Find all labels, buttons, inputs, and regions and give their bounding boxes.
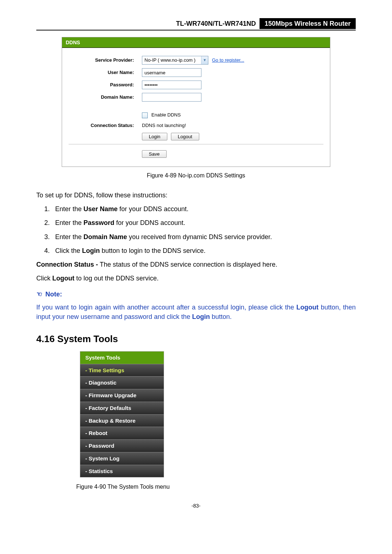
model-number: TL-WR740N/TL-WR741ND — [172, 18, 260, 29]
row-service-provider: Service Provider: No-IP ( www.no-ip.com … — [69, 56, 323, 65]
ddns-panel-body: Service Provider: No-IP ( www.no-ip.com … — [62, 48, 330, 167]
step-2: Enter the Password for your DDNS account… — [52, 218, 356, 227]
connection-status-value: DDNS not launching! — [142, 122, 186, 129]
label-password: Password: — [69, 82, 142, 89]
menu-item-diagnostic[interactable]: - Diagnostic — [80, 376, 164, 389]
header-bar: TL-WR740N/TL-WR741ND 150Mbps Wireless N … — [36, 18, 356, 30]
figure-1-caption: Figure 4-89 No-ip.com DDNS Settings — [36, 171, 356, 180]
system-tools-menu-header: System Tools — [80, 352, 164, 364]
row-password: Password: — [69, 81, 323, 89]
row-domain-name: Domain Name: — [69, 93, 323, 102]
pointing-hand-icon: ☞ — [36, 289, 43, 299]
user-name-input[interactable] — [142, 68, 201, 77]
logout-button[interactable]: Logout — [171, 133, 199, 140]
document-page: TL-WR740N/TL-WR741ND 150Mbps Wireless N … — [0, 0, 392, 524]
system-tools-menu: System Tools - Time Settings - Diagnosti… — [80, 351, 164, 478]
step-1: Enter the User Name for your DDNS accoun… — [52, 204, 356, 214]
menu-item-statistics[interactable]: - Statistics — [80, 465, 164, 477]
service-provider-value: No-IP ( www.no-ip.com ) — [142, 56, 201, 64]
instructions-intro: To set up for DDNS, follow these instruc… — [36, 190, 356, 200]
section-title-system-tools: 4.16 System Tools — [36, 332, 356, 346]
row-user-name: User Name: — [69, 68, 323, 77]
menu-item-time-settings[interactable]: - Time Settings — [80, 364, 164, 377]
menu-item-reboot[interactable]: - Reboot — [80, 427, 164, 439]
row-save: Save — [69, 148, 323, 163]
row-connection-status: Connection Status: DDNS not launching! — [69, 122, 323, 129]
logout-para: Click Logout to log out the DDNS service… — [36, 274, 356, 283]
label-service-provider: Service Provider: — [69, 57, 142, 64]
step-4: Click the Login button to login to the D… — [52, 246, 356, 255]
menu-item-system-log[interactable]: - System Log — [80, 452, 164, 465]
menu-item-password[interactable]: - Password — [80, 439, 164, 452]
menu-item-backup-restore[interactable]: - Backup & Restore — [80, 414, 164, 427]
connection-status-para: Connection Status - The status of the DD… — [36, 260, 356, 269]
label-connection-status: Connection Status: — [69, 122, 142, 129]
password-input[interactable] — [142, 81, 201, 89]
chevron-down-icon[interactable]: ▼ — [201, 56, 208, 64]
menu-item-firmware-upgrade[interactable]: - Firmware Upgrade — [80, 389, 164, 402]
label-domain-name: Domain Name: — [69, 94, 142, 101]
row-login-logout: Login Logout — [69, 133, 323, 140]
note-heading: ☞ Note: — [36, 290, 356, 299]
instruction-list: Enter the User Name for your DDNS accoun… — [36, 204, 356, 255]
panel-divider — [69, 144, 323, 144]
step-3: Enter the Domain Name you received from … — [52, 232, 356, 242]
figure-2-caption: Figure 4-90 The System Tools menu — [76, 483, 356, 491]
note-label: Note: — [45, 291, 62, 298]
ddns-panel: DDNS Service Provider: No-IP ( www.no-ip… — [62, 37, 330, 167]
service-provider-select[interactable]: No-IP ( www.no-ip.com ) ▼ — [142, 56, 208, 65]
product-name: 150Mbps Wireless N Router — [260, 18, 356, 29]
enable-ddns-label: Enable DDNS — [151, 112, 181, 119]
login-button[interactable]: Login — [142, 133, 167, 140]
label-user-name: User Name: — [69, 69, 142, 76]
row-enable-ddns: Enable DDNS — [69, 112, 323, 119]
menu-item-factory-defaults[interactable]: - Factory Defaults — [80, 402, 164, 414]
domain-name-input[interactable] — [142, 93, 201, 102]
go-to-register-link[interactable]: Go to register... — [212, 57, 244, 64]
save-button[interactable]: Save — [142, 150, 167, 158]
ddns-panel-title: DDNS — [62, 37, 330, 48]
note-body: If you want to login again with another … — [36, 303, 356, 321]
enable-ddns-checkbox[interactable] — [142, 112, 148, 118]
page-number: -83- — [36, 502, 356, 509]
